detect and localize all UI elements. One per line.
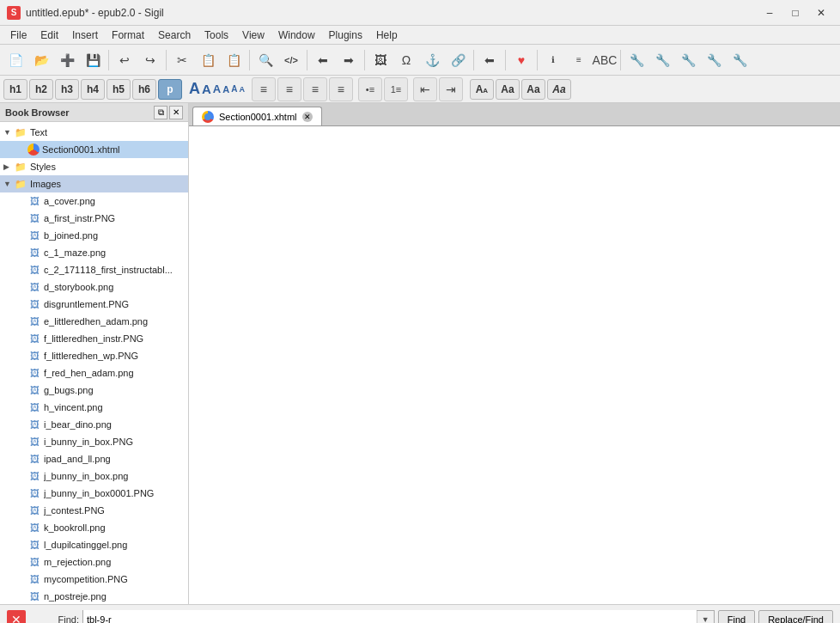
align-right-button[interactable]: ≡ (303, 77, 327, 101)
tb-btn-e[interactable]: 🔧 (727, 48, 752, 72)
editor-area[interactable] (189, 125, 840, 604)
tree-item-images-folder[interactable]: ▼📁Images (0, 175, 188, 192)
book-browser-detach[interactable]: ⧉ (154, 106, 167, 119)
paste-button[interactable]: 📋 (222, 48, 246, 72)
p-button[interactable]: p (158, 79, 182, 100)
style-aa4[interactable]: Aa (547, 79, 571, 100)
special-char-button[interactable]: Ω (394, 48, 418, 72)
meta-button[interactable]: ℹ (541, 48, 565, 72)
back2-button[interactable]: ⬅ (478, 48, 502, 72)
tree-item-m_rejection[interactable]: 🖼m_rejection.png (0, 553, 188, 571)
tree-item-i_bear_dino[interactable]: 🖼i_bear_dino.png (0, 416, 188, 433)
font-size-3[interactable]: A (213, 82, 221, 95)
indent-button[interactable]: ⇥ (439, 77, 463, 101)
tree-item-b_joined[interactable]: 🖼b_joined.png (0, 227, 188, 244)
tree-item-section0001[interactable]: Section0001.xhtml (0, 141, 188, 158)
align-left-button[interactable]: ≡ (252, 77, 276, 101)
tab-section0001[interactable]: Section0001.xhtml ✕ (192, 107, 322, 125)
close-button[interactable]: ✕ (809, 4, 833, 21)
tree-item-a_first_instr[interactable]: 🖼a_first_instr.PNG (0, 210, 188, 227)
maximize-button[interactable]: □ (783, 4, 807, 21)
tree-item-f_red_hen_adam[interactable]: 🖼f_red_hen_adam.png (0, 364, 188, 382)
ordered-list-button[interactable]: 1≡ (384, 77, 408, 101)
style-aa1[interactable]: Aa (470, 79, 494, 100)
font-size-2[interactable]: A (202, 82, 211, 96)
tb-btn-c[interactable]: 🔧 (676, 48, 700, 72)
anchor-button[interactable]: ⚓ (420, 48, 444, 72)
copy-button[interactable]: 📋 (196, 48, 220, 72)
find-dropdown[interactable]: ▼ (697, 611, 714, 623)
cut-button[interactable]: ✂ (170, 48, 194, 72)
save-button[interactable]: 💾 (81, 48, 105, 72)
new-button[interactable]: 📄 (3, 48, 27, 72)
replace-find-button[interactable]: Replace/Find (758, 610, 833, 623)
h3-button[interactable]: h3 (55, 79, 79, 100)
spell-button[interactable]: ABC (593, 48, 617, 72)
menu-tools[interactable]: Tools (198, 27, 235, 43)
toc-button[interactable]: ≡ (567, 48, 591, 72)
find-close-button[interactable]: ✕ (7, 610, 26, 623)
open-button[interactable]: 📂 (29, 48, 53, 72)
h1-button[interactable]: h1 (3, 79, 27, 100)
tree-item-d_storybook[interactable]: 🖼d_storybook.png (0, 278, 188, 296)
tree-item-e_littleredhen[interactable]: 🖼e_littleredhen_adam.png (0, 313, 188, 330)
back-button[interactable]: ⬅ (311, 48, 335, 72)
tree-item-ipad_and_ll[interactable]: 🖼ipad_and_ll.png (0, 450, 188, 467)
menu-window[interactable]: Window (271, 27, 322, 43)
code-view-button[interactable]: </> (279, 48, 303, 72)
find-input[interactable] (83, 610, 697, 623)
heart-button[interactable]: ♥ (509, 48, 533, 72)
menu-search[interactable]: Search (151, 27, 198, 43)
tree-item-k_bookroll[interactable]: 🖼k_bookroll.png (0, 519, 188, 536)
link-button[interactable]: 🔗 (446, 48, 470, 72)
tree-item-styles-folder[interactable]: ▶📁Styles (0, 158, 188, 175)
book-browser-close[interactable]: ✕ (169, 106, 183, 119)
unordered-list-button[interactable]: •≡ (358, 77, 382, 101)
tb-btn-b[interactable]: 🔧 (650, 48, 674, 72)
tree-item-n_postreje[interactable]: 🖼n_postreje.png (0, 588, 188, 604)
forward-button[interactable]: ➡ (337, 48, 361, 72)
find-button[interactable]: 🔍 (253, 48, 277, 72)
tree-item-a_cover[interactable]: 🖼a_cover.png (0, 192, 188, 210)
align-justify-button[interactable]: ≡ (329, 77, 353, 101)
font-increase[interactable]: A (189, 80, 200, 98)
tab-close-button[interactable]: ✕ (302, 112, 313, 122)
tree-arrow-styles-folder[interactable]: ▶ (3, 162, 14, 171)
menu-view[interactable]: View (235, 27, 271, 43)
tb-btn-a[interactable]: 🔧 (624, 48, 648, 72)
h6-button[interactable]: h6 (132, 79, 156, 100)
align-center-button[interactable]: ≡ (277, 77, 301, 101)
undo-button[interactable]: ↩ (113, 48, 137, 72)
menu-help[interactable]: Help (369, 27, 405, 43)
tree-item-j_contest[interactable]: 🖼j_contest.PNG (0, 502, 188, 519)
tree-item-g_bugs[interactable]: 🖼g_bugs.png (0, 382, 188, 399)
h2-button[interactable]: h2 (29, 79, 53, 100)
style-aa3[interactable]: Aa (521, 79, 545, 100)
tree-item-h_vincent[interactable]: 🖼h_vincent.png (0, 399, 188, 416)
tree-item-mycompetition[interactable]: 🖼mycompetition.PNG (0, 571, 188, 588)
style-aa2[interactable]: Aa (496, 79, 520, 100)
menu-insert[interactable]: Insert (65, 27, 105, 43)
redo-button[interactable]: ↪ (138, 48, 162, 72)
tree-item-l_dupilcatinggel[interactable]: 🖼l_dupilcatinggel.png (0, 536, 188, 553)
minimize-button[interactable]: – (758, 4, 782, 21)
book-browser-tree[interactable]: ▼📁Text Section0001.xhtml▶📁Styles▼📁Images… (0, 122, 188, 604)
h4-button[interactable]: h4 (81, 79, 105, 100)
menu-format[interactable]: Format (105, 27, 151, 43)
tree-item-j_bunny_in_box[interactable]: 🖼j_bunny_in_box.png (0, 467, 188, 485)
tree-arrow-text-folder[interactable]: ▼ (3, 128, 14, 137)
add-file-button[interactable]: ➕ (55, 48, 79, 72)
tree-item-c_2_171118[interactable]: 🖼c_2_171118_first_instructabl... (0, 261, 188, 278)
tree-item-text-folder[interactable]: ▼📁Text (0, 124, 188, 141)
outdent-button[interactable]: ⇤ (413, 77, 437, 101)
font-size-6[interactable]: A (239, 85, 245, 94)
h5-button[interactable]: h5 (107, 79, 131, 100)
menu-edit[interactable]: Edit (33, 27, 65, 43)
menu-file[interactable]: File (3, 27, 33, 43)
tree-item-i_bunny_in_box[interactable]: 🖼i_bunny_in_box.PNG (0, 433, 188, 450)
tree-item-f_littleredhen_instr[interactable]: 🖼f_littleredhen_instr.PNG (0, 330, 188, 347)
menu-plugins[interactable]: Plugins (322, 27, 369, 43)
tree-item-j_bunny_in_box0001[interactable]: 🖼j_bunny_in_box0001.PNG (0, 485, 188, 502)
font-size-4[interactable]: A (222, 84, 229, 95)
tree-arrow-images-folder[interactable]: ▼ (3, 180, 14, 188)
